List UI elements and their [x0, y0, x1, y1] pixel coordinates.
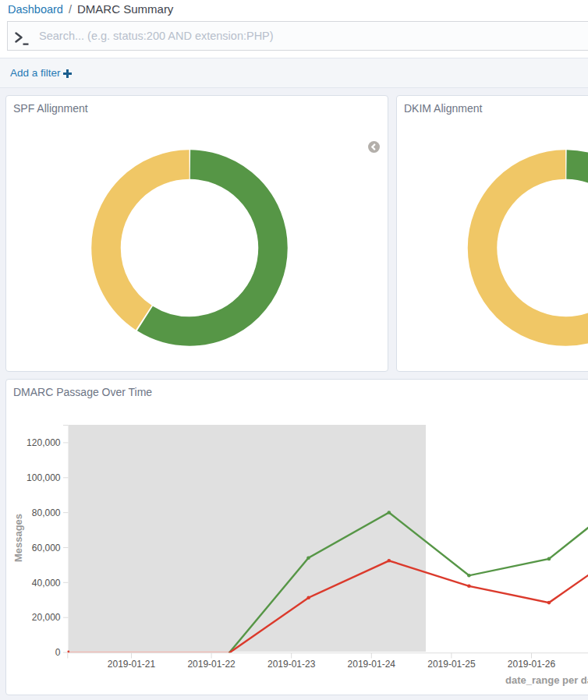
svg-text:date_range per day: date_range per day	[505, 674, 588, 686]
svg-text:2019-01-23: 2019-01-23	[267, 659, 316, 670]
svg-text:2019-01-26: 2019-01-26	[508, 659, 556, 670]
svg-text:40,000: 40,000	[32, 578, 61, 589]
svg-text:80,000: 80,000	[32, 507, 61, 518]
svg-text:60,000: 60,000	[32, 543, 61, 553]
svg-text:0: 0	[55, 647, 61, 658]
svg-text:20,000: 20,000	[32, 612, 61, 623]
svg-text:2019-01-25: 2019-01-25	[427, 659, 476, 670]
svg-text:2019-01-22: 2019-01-22	[187, 659, 236, 670]
svg-text:2019-01-24: 2019-01-24	[348, 659, 396, 670]
svg-text:Messages: Messages	[12, 514, 24, 562]
svg-text:120,000: 120,000	[27, 437, 61, 448]
svg-text:100,000: 100,000	[27, 472, 61, 483]
svg-text:2019-01-21: 2019-01-21	[108, 659, 156, 670]
